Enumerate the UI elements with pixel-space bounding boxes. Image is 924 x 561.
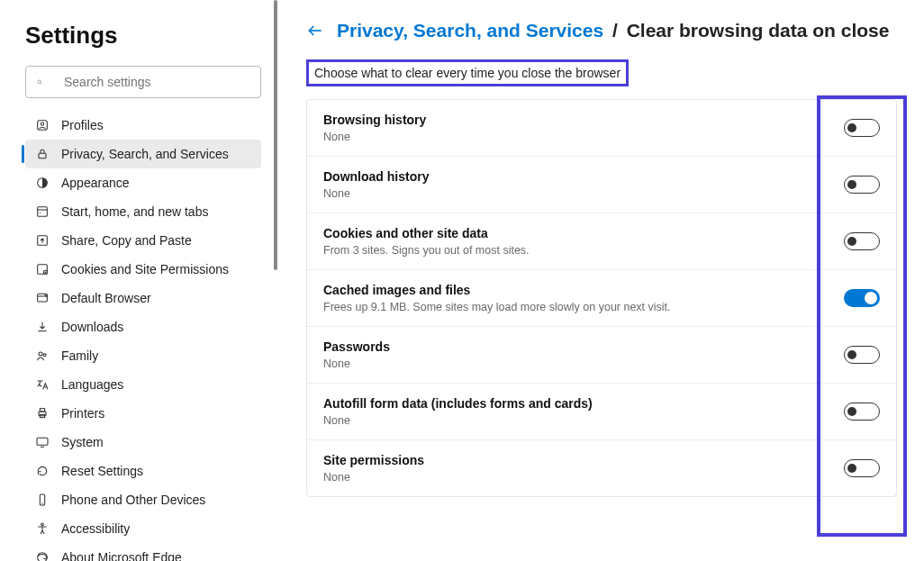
setting-row: Browsing history None [307, 100, 896, 157]
sidebar-item-accessibility[interactable]: Accessibility [25, 514, 261, 543]
nav-list: Profiles Privacy, Search, and Services A… [25, 111, 261, 561]
languages-icon [34, 376, 50, 393]
setting-text: Cached images and files Frees up 9.1 MB.… [323, 283, 844, 313]
breadcrumb-link[interactable]: Privacy, Search, and Services [337, 20, 603, 41]
setting-row: Site permissions None [307, 440, 896, 496]
cookies-icon [34, 261, 50, 277]
setting-title: Autofill form data (includes forms and c… [323, 396, 844, 411]
svg-point-24 [41, 523, 44, 526]
sidebar-item-appearance[interactable]: Appearance [25, 168, 261, 197]
sidebar-item-label: Cookies and Site Permissions [61, 262, 229, 276]
sidebar: Settings Profiles Privacy, Search, and S… [0, 0, 279, 561]
sidebar-item-phone[interactable]: Phone and Other Devices [25, 485, 261, 514]
setting-text: Site permissions None [323, 453, 844, 484]
svg-point-8 [40, 213, 41, 213]
sidebar-item-label: Privacy, Search, and Services [61, 147, 229, 161]
system-icon [34, 434, 50, 450]
share-icon [34, 232, 50, 249]
sidebar-item-label: Languages [61, 377, 123, 392]
toggle-switch[interactable] [844, 346, 880, 364]
sidebar-item-download[interactable]: Downloads [25, 312, 261, 341]
svg-rect-18 [40, 409, 44, 412]
setting-row: Cookies and other site data From 3 sites… [307, 213, 896, 270]
sidebar-item-family[interactable]: Family [25, 341, 261, 370]
setting-row: Passwords None [307, 327, 896, 384]
setting-text: Cookies and other site data From 3 sites… [323, 226, 844, 257]
sidebar-item-label: System [61, 435, 104, 449]
browser-icon [34, 290, 50, 306]
setting-subtitle: From 3 sites. Signs you out of most site… [323, 244, 844, 257]
phone-icon [34, 492, 50, 508]
sidebar-item-share[interactable]: Share, Copy and Paste [25, 226, 261, 255]
family-icon [34, 348, 50, 364]
sidebar-item-printer[interactable]: Printers [25, 399, 261, 428]
setting-subtitle: None [323, 131, 844, 143]
sidebar-item-label: Reset Settings [61, 464, 143, 478]
sidebar-item-start[interactable]: Start, home, and new tabs [25, 197, 261, 226]
lock-icon [34, 146, 50, 162]
setting-subtitle: None [323, 187, 844, 200]
toggle-switch[interactable] [844, 232, 880, 250]
sidebar-item-profile[interactable]: Profiles [25, 111, 261, 140]
svg-point-16 [43, 354, 46, 357]
sidebar-item-label: Share, Copy and Paste [61, 233, 192, 248]
sidebar-item-lock[interactable]: Privacy, Search, and Services [25, 140, 261, 168]
svg-rect-4 [39, 153, 46, 158]
sidebar-item-label: Phone and Other Devices [61, 493, 205, 507]
sidebar-item-label: Default Browser [61, 291, 151, 305]
settings-panel: Browsing history None Download history N… [306, 99, 897, 497]
sidebar-item-label: Downloads [61, 320, 123, 334]
sidebar-item-system[interactable]: System [25, 428, 261, 457]
setting-subtitle: None [323, 471, 844, 484]
sidebar-item-label: Printers [61, 406, 104, 421]
setting-title: Cached images and files [323, 283, 844, 297]
setting-title: Browsing history [323, 113, 844, 127]
setting-subtitle: None [323, 357, 844, 370]
sidebar-item-label: Family [61, 348, 98, 363]
svg-point-0 [38, 80, 41, 84]
setting-row: Cached images and files Frees up 9.1 MB.… [307, 270, 896, 327]
setting-row: Download history None [307, 157, 896, 213]
edge-icon [34, 549, 50, 561]
toggle-switch[interactable] [844, 403, 880, 421]
sidebar-item-edge[interactable]: About Microsoft Edge [25, 543, 261, 561]
sidebar-item-label: Accessibility [61, 521, 130, 536]
setting-title: Passwords [323, 339, 844, 354]
setting-row: Autofill form data (includes forms and c… [307, 384, 896, 440]
svg-point-15 [39, 352, 42, 356]
back-arrow-icon[interactable] [306, 22, 324, 40]
search-input-container[interactable] [25, 66, 261, 98]
breadcrumb-separator: / [612, 20, 618, 41]
main-content: Privacy, Search, and Services / Clear br… [279, 0, 924, 561]
sidebar-item-cookies[interactable]: Cookies and Site Permissions [25, 255, 261, 284]
sidebar-item-browser[interactable]: Default Browser [25, 284, 261, 312]
toggle-switch[interactable] [844, 119, 880, 137]
setting-subtitle: Frees up 9.1 MB. Some sites may load mor… [323, 301, 844, 313]
setting-text: Autofill form data (includes forms and c… [323, 396, 844, 427]
sidebar-item-label: Start, home, and new tabs [61, 204, 208, 219]
printer-icon [34, 405, 50, 421]
toggle-switch[interactable] [844, 289, 880, 307]
setting-text: Download history None [323, 169, 844, 200]
reset-icon [34, 463, 50, 479]
breadcrumb-text: Privacy, Search, and Services / Clear br… [337, 20, 889, 41]
page-title: Settings [25, 22, 261, 50]
profile-icon [34, 117, 50, 133]
svg-line-1 [41, 83, 41, 84]
download-icon [34, 319, 50, 335]
setting-title: Download history [323, 169, 844, 184]
section-description: Choose what to clear every time you clos… [306, 59, 629, 86]
appearance-icon [34, 175, 50, 191]
setting-title: Site permissions [323, 453, 844, 467]
sidebar-item-label: Profiles [61, 118, 104, 132]
scrollbar[interactable] [274, 0, 277, 270]
search-input[interactable] [64, 75, 249, 89]
sidebar-item-reset[interactable]: Reset Settings [25, 457, 261, 485]
toggle-switch[interactable] [844, 176, 880, 194]
search-icon [37, 74, 53, 90]
setting-text: Browsing history None [323, 113, 844, 143]
sidebar-item-languages[interactable]: Languages [25, 370, 261, 399]
breadcrumb: Privacy, Search, and Services / Clear br… [306, 20, 897, 41]
toggle-switch[interactable] [844, 459, 880, 477]
svg-point-3 [41, 122, 43, 125]
